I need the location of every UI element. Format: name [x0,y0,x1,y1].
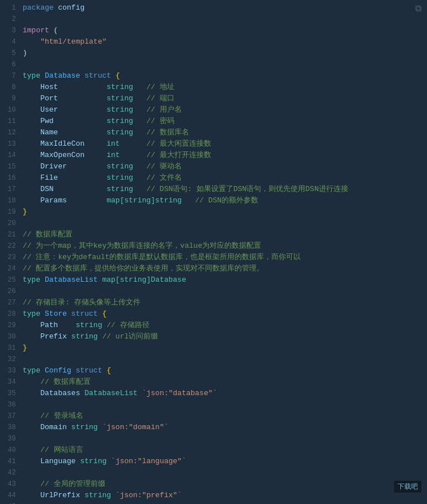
code-token: // 存储目录: 存储头像等上传文件 [23,298,140,307]
code-token: // 登录域名 [40,412,83,420]
code-token [23,321,40,329]
line-number: 38 [0,422,16,433]
line-number: 7 [0,70,16,82]
code-line: UrlPrefix string `json:"prefix"` [23,490,404,501]
code-token [54,185,107,193]
code-line: type Store struct { [23,308,404,320]
code-line: package config [23,2,404,14]
copy-button[interactable]: ⧉ [415,3,421,14]
code-token: // 数据库名 [133,128,189,137]
code-token: Prefix [40,332,67,341]
code-token: struct [80,71,115,80]
line-number: 8 [0,82,16,93]
code-token: type [23,71,40,80]
code-token [58,105,106,114]
code-line: Params map[string]string // DSN的额外参数 [23,195,404,206]
code-line: Domain string `json:"domain"` [23,422,404,433]
code-token [58,83,106,91]
code-token: // 文件名 [133,173,182,182]
code-token [23,491,40,499]
code-token: type [23,366,40,375]
code-line: // 网站语言 [23,444,404,456]
code-token [23,117,40,125]
code-line: Path string // 存储路径 [23,320,404,331]
line-number: 21 [0,229,16,240]
code-token: `json:"database"` [142,389,217,397]
code-token: string [106,185,133,193]
line-number: 37 [0,410,16,422]
code-token: string [106,173,133,182]
code-token: } [23,207,27,216]
code-token: // 密码 [133,117,174,125]
code-token: // DSN的额外参数 [182,196,258,205]
line-number: 15 [0,161,16,172]
line-number: 14 [0,150,16,161]
code-token: DatabaseList [45,276,98,284]
line-number: 27 [0,297,16,308]
code-content: package config import ( "html/template")… [23,2,427,504]
code-token: // 全局的管理前缀 [40,480,105,488]
code-token: // 地址 [133,83,174,91]
code-token: "html/template" [40,37,106,46]
code-token: package [23,3,58,12]
code-token: { [102,310,106,318]
code-token: Params [40,196,67,205]
code-line: Port string // 端口 [23,93,404,104]
line-number: 26 [0,286,16,297]
code-token [40,276,45,284]
code-editor: ⧉ 12345678910111213141516171819202122232… [0,0,427,504]
code-line: // 为一个map，其中key为数据库连接的名字，value为对应的数据配置 [23,240,404,252]
code-token [67,196,106,205]
line-number: 10 [0,104,16,116]
code-line: // 注意：key为default的数据库是默认数据库，也是框架所用的数据库，而… [23,252,404,263]
code-line: type Config struct { [23,365,404,376]
code-token [23,128,40,137]
code-line: type DatabaseList map[string]Database [23,274,404,286]
code-token [23,185,40,193]
line-number: 34 [0,376,16,388]
code-line: import ( [23,25,404,36]
code-token: string [106,128,133,137]
line-number: 36 [0,399,16,410]
code-token: map[string]Database [102,276,186,284]
code-token: string [80,457,106,465]
code-token [40,71,45,80]
line-number: 43 [0,478,16,490]
line-number: 20 [0,218,16,229]
code-token: string [106,162,133,171]
code-token [23,37,40,46]
code-token [67,423,71,431]
code-token: // 用户名 [133,105,182,114]
code-token: Domain [40,423,67,431]
code-line: // 全局的管理前缀 [23,478,404,490]
line-number: 23 [0,252,16,263]
line-number: 31 [0,342,16,354]
code-token [40,310,45,318]
line-number: 5 [0,48,16,59]
code-line: Host string // 地址 [23,82,404,93]
code-line [23,218,404,229]
code-line: } [23,342,404,354]
line-number: 13 [0,138,16,150]
code-token [23,94,40,103]
code-token: // 为一个map，其中key为数据库连接的名字，value为对应的数据配置 [23,242,261,250]
line-number: 17 [0,184,16,195]
code-token [40,366,45,375]
line-number: 6 [0,59,16,70]
code-line: User string // 用户名 [23,104,404,116]
code-token [106,457,111,465]
code-token [23,105,40,114]
code-token: ( [49,26,58,35]
code-token: struct [67,310,102,318]
code-token: DSN [40,185,53,193]
code-line: type Database struct { [23,70,404,82]
code-line: // 配置多个数据库，提供给你的业务表使用，实现对不同数据库的管理。 [23,263,404,274]
code-token [54,117,107,125]
code-line: } [23,206,404,218]
line-number: 1 [0,2,16,14]
line-number: 45 [0,501,16,504]
code-token [23,162,40,171]
code-token: // DSN语句: 如果设置了DSN语句，则优先使用DSN进行连接 [133,185,348,193]
code-token [23,332,40,341]
code-token: DatabaseList [84,389,138,397]
